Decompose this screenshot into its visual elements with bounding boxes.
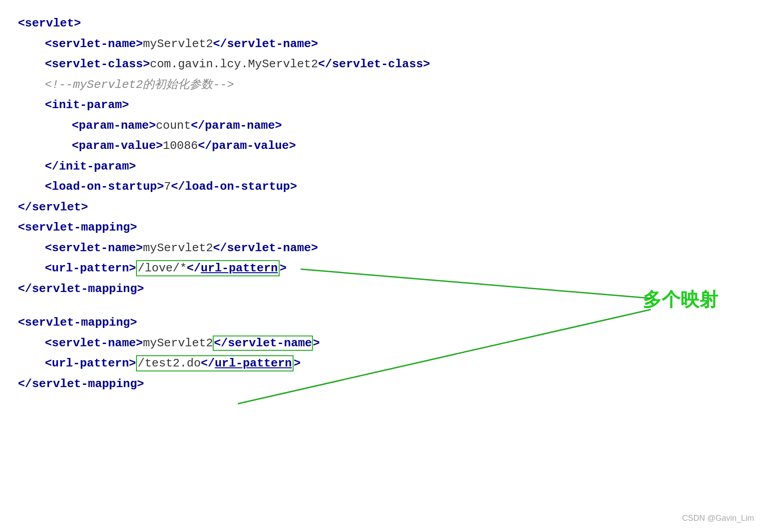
code-line: <servlet> <box>18 13 754 34</box>
tag: <servlet-name> <box>45 241 143 255</box>
tag: </url-pattern <box>187 262 278 275</box>
text-value: /test2.do <box>138 357 201 370</box>
tag: > <box>280 262 287 275</box>
tag: <url-pattern> <box>45 262 136 275</box>
tag: <servlet-mapping> <box>18 221 137 234</box>
tag: </param-name> <box>191 119 282 132</box>
tag: <servlet-mapping> <box>18 316 137 329</box>
code-line: <url-pattern>/love/*</url-pattern> <box>18 258 754 279</box>
tag: </url-pattern <box>201 357 292 370</box>
tag: <servlet-name> <box>45 37 143 51</box>
code-line: </init-param> <box>18 157 754 177</box>
code-line: <servlet-name>myServlet2</servlet-name> <box>18 34 754 55</box>
tag: > <box>313 336 320 350</box>
tag: <param-value> <box>72 139 163 153</box>
tag: </param-value> <box>198 139 296 153</box>
highlight-box-1: /love/*</url-pattern <box>136 260 280 276</box>
annotation-label: 多个映射 <box>643 287 718 312</box>
text-value: myServlet2 <box>143 336 213 350</box>
code-line: </servlet-mapping> <box>18 374 754 395</box>
text-value: count <box>156 119 191 132</box>
tag: </load-on-startup> <box>171 180 297 193</box>
tag: <init-param> <box>45 98 129 112</box>
highlight-box-3: /test2.do</url-pattern <box>136 355 294 371</box>
tag: </servlet> <box>18 201 88 214</box>
tag: > <box>294 357 301 370</box>
code-block: <servlet> <servlet-name>myServlet2</serv… <box>18 13 754 394</box>
code-line: <init-param> <box>18 95 754 116</box>
tag: </servlet-mapping> <box>18 377 144 391</box>
code-line: <servlet-name>myServlet2</servlet-name> <box>18 333 754 354</box>
tag: <param-name> <box>72 119 156 132</box>
tag: <servlet-name> <box>45 336 143 350</box>
comment: <!--myServlet2的初始化参数--> <box>45 78 234 92</box>
text-value: 7 <box>164 180 171 193</box>
code-line: </servlet> <box>18 197 754 218</box>
code-line: <param-value>10086</param-value> <box>18 136 754 157</box>
code-line: <load-on-startup>7</load-on-startup> <box>18 177 754 197</box>
tag: <servlet-class> <box>45 57 150 71</box>
code-line: <servlet-name>myServlet2</servlet-name> <box>18 238 754 259</box>
tag: </servlet-class> <box>318 57 430 71</box>
tag: </init-param> <box>45 160 136 173</box>
code-line: <url-pattern>/test2.do</url-pattern> <box>18 353 754 374</box>
tag: </servlet-name <box>214 336 311 350</box>
tag: </servlet-name> <box>213 241 318 255</box>
text-value: myServlet2 <box>143 37 213 51</box>
code-line: <servlet-class>com.gavin.lcy.MyServlet2<… <box>18 54 754 75</box>
tag: </servlet-mapping> <box>18 282 144 296</box>
code-line: <!--myServlet2的初始化参数--> <box>18 75 754 96</box>
tag: <servlet> <box>18 17 81 30</box>
tag: </servlet-name> <box>213 37 318 51</box>
code-line: <servlet-mapping> <box>18 218 754 238</box>
tag: <load-on-startup> <box>45 180 164 193</box>
text-value: com.gavin.lcy.MyServlet2 <box>150 57 318 71</box>
code-line: <servlet-mapping> <box>18 313 754 333</box>
text-value: myServlet2 <box>143 241 213 255</box>
tag: <url-pattern> <box>45 357 136 370</box>
code-line: <param-name>count</param-name> <box>18 116 754 136</box>
text-value: /love/* <box>138 262 187 275</box>
watermark: CSDN @Gavin_Lim <box>682 514 754 523</box>
highlight-box-2: </servlet-name <box>213 336 312 351</box>
text-value: 10086 <box>163 139 198 153</box>
